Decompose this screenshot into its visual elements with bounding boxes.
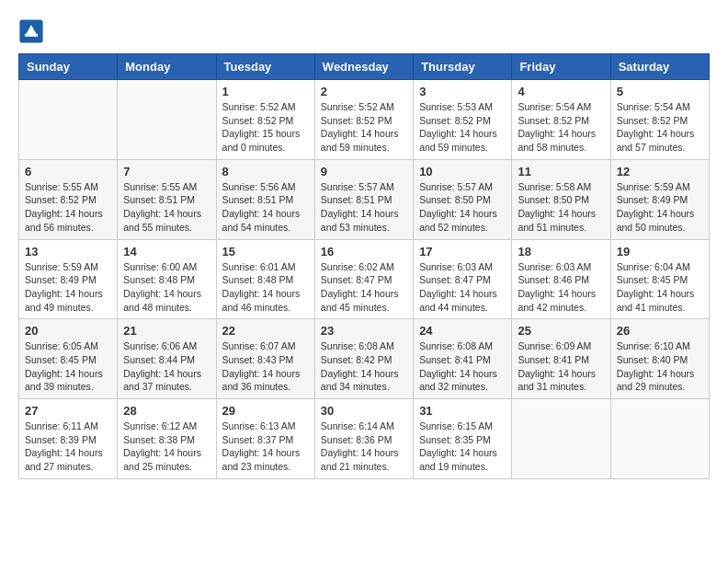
calendar-day-5: 5Sunrise: 5:54 AM Sunset: 8:52 PM Daylig… (610, 80, 709, 160)
day-info: Sunrise: 6:14 AM Sunset: 8:36 PM Dayligh… (321, 419, 407, 474)
calendar-day-12: 12Sunrise: 5:59 AM Sunset: 8:49 PM Dayli… (610, 159, 709, 239)
day-info: Sunrise: 6:04 AM Sunset: 8:45 PM Dayligh… (617, 260, 703, 315)
calendar-day-22: 22Sunrise: 6:07 AM Sunset: 8:43 PM Dayli… (216, 319, 314, 399)
calendar-week-row: 20Sunrise: 6:05 AM Sunset: 8:45 PM Dayli… (19, 319, 710, 399)
svg-rect-2 (25, 34, 38, 37)
day-info: Sunrise: 6:13 AM Sunset: 8:37 PM Dayligh… (222, 419, 309, 474)
weekday-header-sunday: Sunday (19, 54, 118, 80)
day-number: 31 (419, 404, 506, 418)
day-info: Sunrise: 6:03 AM Sunset: 8:46 PM Dayligh… (518, 260, 604, 315)
calendar-day-24: 24Sunrise: 6:08 AM Sunset: 8:41 PM Dayli… (414, 319, 512, 399)
day-info: Sunrise: 6:03 AM Sunset: 8:47 PM Dayligh… (419, 260, 506, 315)
day-info: Sunrise: 5:56 AM Sunset: 8:51 PM Dayligh… (222, 180, 309, 235)
day-number: 22 (222, 324, 309, 338)
day-info: Sunrise: 6:06 AM Sunset: 8:44 PM Dayligh… (123, 339, 210, 394)
calendar-day-8: 8Sunrise: 5:56 AM Sunset: 8:51 PM Daylig… (216, 159, 314, 239)
day-number: 11 (518, 165, 604, 178)
day-info: Sunrise: 6:10 AM Sunset: 8:40 PM Dayligh… (617, 339, 703, 394)
calendar-day-23: 23Sunrise: 6:08 AM Sunset: 8:42 PM Dayli… (314, 319, 413, 399)
calendar-day-11: 11Sunrise: 5:58 AM Sunset: 8:50 PM Dayli… (512, 159, 610, 239)
day-number: 24 (419, 324, 506, 338)
day-number: 23 (321, 324, 407, 338)
logo (18, 18, 48, 44)
day-info: Sunrise: 5:57 AM Sunset: 8:51 PM Dayligh… (321, 180, 407, 235)
day-number: 6 (25, 165, 111, 178)
logo-icon (18, 18, 44, 44)
day-info: Sunrise: 5:55 AM Sunset: 8:51 PM Dayligh… (123, 180, 210, 235)
day-number: 27 (25, 404, 111, 418)
calendar-day-29: 29Sunrise: 6:13 AM Sunset: 8:37 PM Dayli… (216, 399, 314, 479)
day-number: 25 (518, 324, 604, 338)
calendar-day-3: 3Sunrise: 5:53 AM Sunset: 8:52 PM Daylig… (414, 80, 512, 160)
day-number: 12 (617, 165, 703, 178)
calendar-day-20: 20Sunrise: 6:05 AM Sunset: 8:45 PM Dayli… (19, 319, 118, 399)
weekday-header-wednesday: Wednesday (314, 54, 413, 80)
day-number: 9 (321, 165, 407, 178)
day-number: 28 (123, 404, 210, 418)
calendar-day-1: 1Sunrise: 5:52 AM Sunset: 8:52 PM Daylig… (216, 80, 314, 160)
day-number: 19 (617, 245, 703, 259)
day-number: 2 (321, 85, 407, 98)
calendar-day-15: 15Sunrise: 6:01 AM Sunset: 8:48 PM Dayli… (216, 239, 314, 319)
day-info: Sunrise: 5:59 AM Sunset: 8:49 PM Dayligh… (617, 180, 703, 235)
calendar-day-28: 28Sunrise: 6:12 AM Sunset: 8:38 PM Dayli… (118, 399, 216, 479)
day-info: Sunrise: 5:57 AM Sunset: 8:50 PM Dayligh… (419, 180, 506, 235)
day-number: 1 (222, 85, 309, 98)
day-number: 4 (518, 85, 604, 98)
calendar-empty-cell (118, 80, 216, 160)
calendar-day-16: 16Sunrise: 6:02 AM Sunset: 8:47 PM Dayli… (314, 239, 413, 319)
weekday-header-saturday: Saturday (610, 54, 709, 80)
calendar-day-30: 30Sunrise: 6:14 AM Sunset: 8:36 PM Dayli… (314, 399, 413, 479)
weekday-header-tuesday: Tuesday (216, 54, 314, 80)
day-info: Sunrise: 6:01 AM Sunset: 8:48 PM Dayligh… (222, 260, 309, 315)
day-number: 8 (222, 165, 309, 178)
calendar-day-14: 14Sunrise: 6:00 AM Sunset: 8:48 PM Dayli… (118, 239, 216, 319)
calendar-empty-cell (610, 399, 709, 479)
day-info: Sunrise: 5:52 AM Sunset: 8:52 PM Dayligh… (321, 100, 407, 155)
calendar-day-4: 4Sunrise: 5:54 AM Sunset: 8:52 PM Daylig… (512, 80, 610, 160)
day-info: Sunrise: 5:54 AM Sunset: 8:52 PM Dayligh… (617, 100, 703, 155)
day-number: 10 (419, 165, 506, 178)
day-number: 15 (222, 245, 309, 259)
calendar-day-25: 25Sunrise: 6:09 AM Sunset: 8:41 PM Dayli… (512, 319, 610, 399)
day-number: 26 (617, 324, 703, 338)
day-number: 7 (123, 165, 210, 178)
day-number: 21 (123, 324, 210, 338)
day-info: Sunrise: 6:05 AM Sunset: 8:45 PM Dayligh… (25, 339, 111, 394)
day-info: Sunrise: 6:07 AM Sunset: 8:43 PM Dayligh… (222, 339, 309, 394)
day-number: 13 (25, 245, 111, 259)
day-info: Sunrise: 6:02 AM Sunset: 8:47 PM Dayligh… (321, 260, 407, 315)
calendar-day-10: 10Sunrise: 5:57 AM Sunset: 8:50 PM Dayli… (414, 159, 512, 239)
calendar-day-26: 26Sunrise: 6:10 AM Sunset: 8:40 PM Dayli… (610, 319, 709, 399)
day-number: 17 (419, 245, 506, 259)
day-info: Sunrise: 6:00 AM Sunset: 8:48 PM Dayligh… (123, 260, 210, 315)
day-info: Sunrise: 5:55 AM Sunset: 8:52 PM Dayligh… (25, 180, 111, 235)
day-number: 5 (617, 85, 703, 98)
day-number: 3 (419, 85, 506, 98)
calendar-header-row: SundayMondayTuesdayWednesdayThursdayFrid… (19, 54, 710, 80)
day-info: Sunrise: 5:54 AM Sunset: 8:52 PM Dayligh… (518, 100, 604, 155)
calendar-day-27: 27Sunrise: 6:11 AM Sunset: 8:39 PM Dayli… (19, 399, 118, 479)
page-header (18, 18, 710, 44)
calendar-day-2: 2Sunrise: 5:52 AM Sunset: 8:52 PM Daylig… (314, 80, 413, 160)
day-info: Sunrise: 6:09 AM Sunset: 8:41 PM Dayligh… (518, 339, 604, 394)
calendar-day-7: 7Sunrise: 5:55 AM Sunset: 8:51 PM Daylig… (118, 159, 216, 239)
calendar-day-13: 13Sunrise: 5:59 AM Sunset: 8:49 PM Dayli… (19, 239, 118, 319)
day-info: Sunrise: 5:53 AM Sunset: 8:52 PM Dayligh… (419, 100, 506, 155)
calendar-week-row: 27Sunrise: 6:11 AM Sunset: 8:39 PM Dayli… (19, 399, 710, 479)
calendar-day-21: 21Sunrise: 6:06 AM Sunset: 8:44 PM Dayli… (118, 319, 216, 399)
calendar-day-31: 31Sunrise: 6:15 AM Sunset: 8:35 PM Dayli… (414, 399, 512, 479)
calendar-day-9: 9Sunrise: 5:57 AM Sunset: 8:51 PM Daylig… (314, 159, 413, 239)
calendar-week-row: 6Sunrise: 5:55 AM Sunset: 8:52 PM Daylig… (19, 159, 710, 239)
day-info: Sunrise: 6:08 AM Sunset: 8:42 PM Dayligh… (321, 339, 407, 394)
day-number: 16 (321, 245, 407, 259)
calendar-empty-cell (512, 399, 610, 479)
day-info: Sunrise: 6:15 AM Sunset: 8:35 PM Dayligh… (419, 419, 506, 474)
calendar-day-17: 17Sunrise: 6:03 AM Sunset: 8:47 PM Dayli… (414, 239, 512, 319)
day-info: Sunrise: 6:12 AM Sunset: 8:38 PM Dayligh… (123, 419, 210, 474)
day-number: 30 (321, 404, 407, 418)
weekday-header-monday: Monday (118, 54, 216, 80)
calendar-day-18: 18Sunrise: 6:03 AM Sunset: 8:46 PM Dayli… (512, 239, 610, 319)
weekday-header-friday: Friday (512, 54, 610, 80)
day-info: Sunrise: 5:59 AM Sunset: 8:49 PM Dayligh… (25, 260, 111, 315)
